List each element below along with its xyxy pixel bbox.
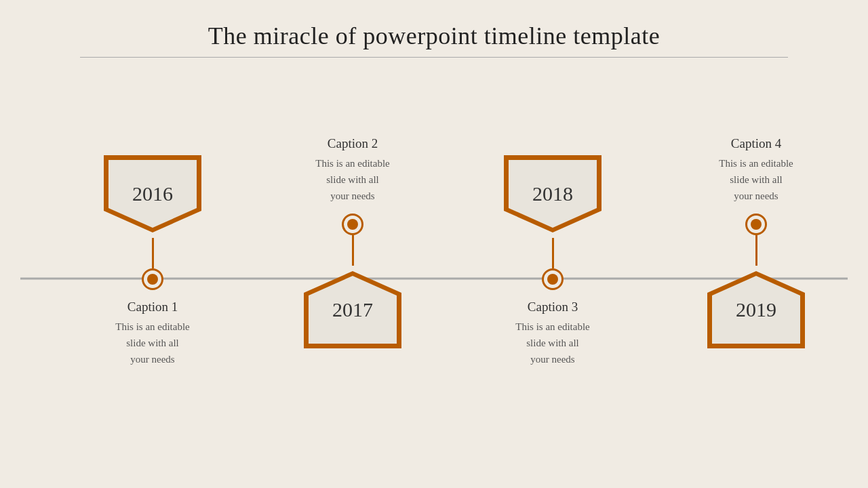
caption-3: Caption 3 This is an editable slide with… xyxy=(515,300,590,367)
circle-inner-1 xyxy=(147,274,158,285)
circle-inner-3 xyxy=(547,274,558,285)
connector-4 xyxy=(755,235,757,266)
caption-4: Caption 4 This is an editable slide with… xyxy=(719,150,793,204)
timeline-item-3: 2018 Caption 3 This is an editable slide… xyxy=(498,150,607,367)
caption-text-1: This is an editable slide with all your … xyxy=(115,319,190,367)
caption-title-1: Caption 1 xyxy=(115,300,190,314)
title-area: The miracle of powerpoint timeline templ… xyxy=(0,0,868,68)
year-badge-3: 2018 xyxy=(498,150,607,238)
main-title: The miracle of powerpoint timeline templ… xyxy=(41,22,827,50)
circle-1 xyxy=(142,268,163,290)
caption-title-4: Caption 4 xyxy=(731,136,781,151)
year-badge-1: 2016 xyxy=(98,150,207,238)
caption-text-2: This is an editable slide with all your … xyxy=(315,155,390,204)
connector-2 xyxy=(352,235,354,266)
year-4: 2019 xyxy=(736,298,776,321)
timeline-items: 2016 Caption 1 This is an editable slide… xyxy=(34,150,834,407)
caption-title-2: Caption 2 xyxy=(328,136,378,151)
caption-text-3: This is an editable slide with all your … xyxy=(515,319,590,367)
timeline-item-2: Caption 2 This is an editable slide with… xyxy=(298,150,407,354)
circle-4 xyxy=(745,214,767,235)
connector-1 xyxy=(152,238,154,268)
timeline-area: 2016 Caption 1 This is an editable slide… xyxy=(0,68,868,488)
year-2: 2017 xyxy=(332,298,373,321)
connector-3 xyxy=(552,238,554,268)
year-1: 2016 xyxy=(132,182,173,205)
year-badge-4: 2019 xyxy=(702,266,810,354)
year-badge-2: 2017 xyxy=(298,266,407,354)
timeline-item-1: 2016 Caption 1 This is an editable slide… xyxy=(98,150,207,367)
caption-2: Caption 2 This is an editable slide with… xyxy=(315,150,390,204)
caption-1: Caption 1 This is an editable slide with… xyxy=(115,300,190,367)
title-divider xyxy=(80,57,788,58)
caption-title-3: Caption 3 xyxy=(515,300,590,314)
caption-text-4: This is an editable slide with all your … xyxy=(719,155,793,204)
circle-2 xyxy=(342,214,363,235)
slide: The miracle of powerpoint timeline templ… xyxy=(0,0,868,488)
circle-3 xyxy=(542,268,564,290)
circle-inner-4 xyxy=(751,219,762,230)
timeline-item-4: Caption 4 This is an editable slide with… xyxy=(702,150,810,354)
year-3: 2018 xyxy=(532,182,573,205)
circle-inner-2 xyxy=(347,219,358,230)
